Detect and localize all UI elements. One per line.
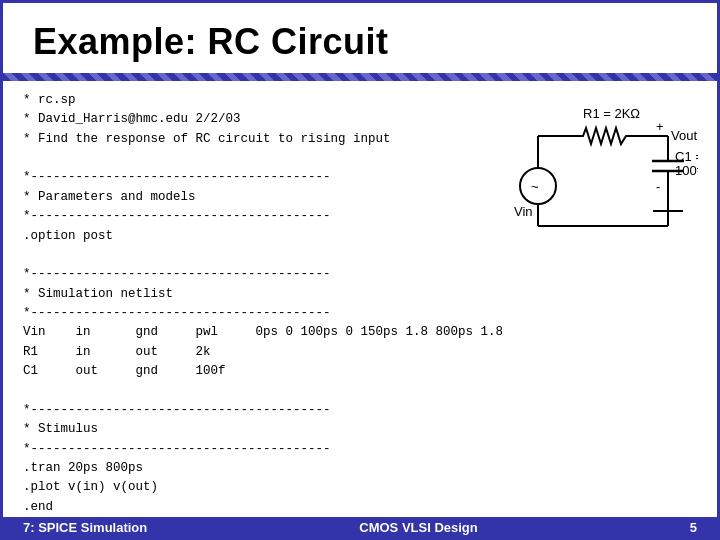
divider-bar	[3, 73, 717, 81]
circuit-svg: ~ Vin Vout +	[508, 96, 698, 256]
vout-label: Vout	[671, 128, 697, 143]
plus-label: +	[656, 119, 664, 134]
slide-footer: 7: SPICE Simulation CMOS VLSI Design 5	[3, 517, 717, 537]
slide: Example: RC Circuit * rc.sp * David_Harr…	[0, 0, 720, 540]
c1-label: C1 =	[675, 149, 698, 164]
footer-center: CMOS VLSI Design	[359, 520, 477, 535]
slide-title: Example: RC Circuit	[3, 3, 717, 73]
r1-label: R1 = 2KΩ	[583, 106, 640, 121]
code-section: * rc.sp * David_Harris@hmc.edu 2/2/03 * …	[23, 91, 503, 517]
c1-value: 100fF	[675, 163, 698, 178]
footer-left: 7: SPICE Simulation	[23, 520, 147, 535]
slide-body: * rc.sp * David_Harris@hmc.edu 2/2/03 * …	[3, 81, 717, 517]
vin-label: Vin	[514, 204, 533, 219]
footer-right: 5	[690, 520, 697, 535]
minus-label: -	[656, 179, 660, 194]
svg-text:~: ~	[531, 179, 539, 194]
circuit-diagram: ~ Vin Vout +	[503, 91, 703, 517]
